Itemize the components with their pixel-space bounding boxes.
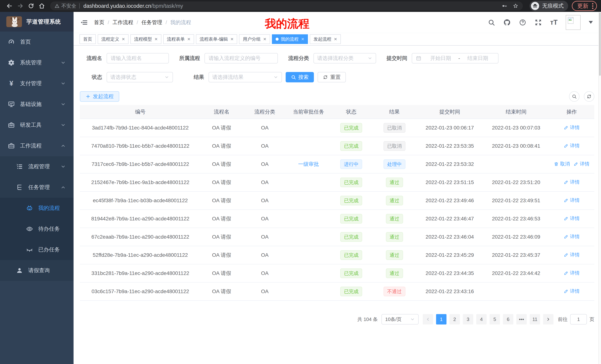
search-icon[interactable]: [488, 19, 495, 26]
breadcrumb-home[interactable]: 首页: [94, 19, 104, 26]
pages-more-button[interactable]: •••: [516, 314, 527, 325]
refresh-table-button[interactable]: [584, 91, 594, 102]
help-icon[interactable]: [519, 19, 526, 26]
toggle-search-button[interactable]: [569, 91, 580, 102]
logo-row[interactable]: 芋道管理系统: [0, 12, 74, 31]
sidebar-item-payment-management[interactable]: ¥支付管理: [0, 73, 74, 94]
url-host[interactable]: dashboard.yudao.iocoder.cn: [83, 3, 151, 9]
caret-down-icon[interactable]: [589, 21, 593, 24]
cell-category: OA: [242, 173, 287, 192]
sidebar-item-process-management[interactable]: 流程管理: [0, 156, 74, 177]
detail-button[interactable]: 详情: [564, 233, 580, 240]
sidebar-item-task-management[interactable]: 任务管理: [0, 177, 74, 198]
current-task-link[interactable]: 一级审批: [298, 161, 319, 167]
sidebar-item-workflow[interactable]: 工作流程: [0, 135, 74, 156]
cell-id: ec45f38f-7b9a-11ec-b03b-acde48001122: [80, 192, 201, 210]
submit-time-range-picker[interactable]: 开始日期 - 结束日期: [412, 53, 499, 63]
create-process-button[interactable]: 发起流程: [80, 91, 119, 102]
browser-menu-icon[interactable]: [592, 3, 593, 9]
security-label[interactable]: 不安全: [61, 3, 76, 9]
sidebar-item-system-management[interactable]: 系统管理: [0, 52, 74, 73]
prev-page-button[interactable]: [423, 314, 433, 325]
close-icon[interactable]: ×: [263, 37, 266, 42]
cell-category: OA: [242, 228, 287, 246]
address-bar[interactable]: 不安全 dashboard.yudao.iocoder.cn /bpm/task…: [50, 1, 523, 10]
tab-process-form[interactable]: 流程表单×: [163, 34, 194, 44]
font-size-icon[interactable]: ᴛT: [550, 19, 558, 26]
detail-button[interactable]: 详情: [564, 215, 580, 222]
sidebar-item-infrastructure[interactable]: 基础设施: [0, 94, 74, 115]
close-icon[interactable]: ×: [155, 37, 158, 42]
sidebar-item-done-tasks[interactable]: 已办任务: [0, 239, 74, 260]
detail-button[interactable]: 详情: [564, 197, 580, 203]
process-category-select[interactable]: 请选择流程分类: [313, 53, 376, 63]
sidebar-item-todo-tasks[interactable]: 待办任务: [0, 219, 74, 239]
page-title: 我的流程: [265, 16, 310, 31]
page-button[interactable]: 6: [503, 314, 513, 325]
cell-submit_time: 2022-01-22 23:46:47: [416, 210, 483, 228]
key-icon[interactable]: [502, 3, 507, 9]
detail-button[interactable]: 详情: [564, 288, 580, 294]
url-path[interactable]: /bpm/task/my: [151, 3, 183, 9]
close-icon[interactable]: ×: [187, 37, 190, 42]
fullscreen-icon[interactable]: [534, 19, 542, 26]
detail-button[interactable]: 详情: [564, 270, 580, 276]
tab-home[interactable]: 首页: [80, 34, 96, 44]
process-name-input[interactable]: [107, 53, 169, 63]
page-button[interactable]: 4: [476, 314, 487, 325]
tab-process-definition[interactable]: 流程定义×: [98, 34, 129, 44]
page-size-select[interactable]: 10条/页: [381, 314, 419, 325]
bookmark-star-icon[interactable]: [513, 3, 518, 9]
sidebar-item-my-process[interactable]: 我的流程: [0, 198, 74, 219]
page-scrollbar[interactable]: [598, 12, 601, 364]
forward-icon[interactable]: [17, 3, 23, 9]
scrollbar-thumb[interactable]: [599, 13, 601, 76]
goto-page-input[interactable]: [570, 314, 587, 325]
edit-icon: [564, 271, 569, 276]
detail-button[interactable]: 详情: [564, 124, 580, 131]
reset-button[interactable]: 重置: [318, 72, 346, 82]
close-icon[interactable]: ×: [334, 37, 337, 42]
home-icon[interactable]: [39, 3, 45, 9]
close-icon[interactable]: ×: [122, 37, 125, 42]
detail-button[interactable]: 详情: [564, 252, 580, 258]
chevron-down-icon: [60, 164, 66, 169]
close-icon[interactable]: ×: [230, 37, 233, 42]
github-icon[interactable]: [503, 19, 511, 26]
back-icon[interactable]: [6, 3, 13, 9]
hamburger-icon[interactable]: [80, 19, 88, 26]
page-button[interactable]: 1: [436, 314, 446, 325]
detail-button[interactable]: 详情: [564, 143, 580, 149]
status-select[interactable]: 请选择状态: [107, 72, 173, 82]
sidebar-item-home[interactable]: 首页: [0, 31, 74, 52]
avatar[interactable]: [566, 15, 581, 30]
result-select[interactable]: 请选择流结果: [209, 72, 282, 82]
breadcrumb: 首页 / 工作流程 / 任务管理 / 我的流程: [94, 19, 191, 26]
cell-result: 已取消: [372, 137, 416, 155]
tab-label: 用户分组: [243, 36, 260, 42]
page-button[interactable]: 3: [463, 314, 473, 325]
sidebar-item-leave-query[interactable]: 请假查询: [0, 260, 74, 281]
detail-label: 详情: [570, 215, 580, 222]
close-icon[interactable]: ×: [301, 37, 304, 42]
search-button[interactable]: 搜索: [286, 72, 314, 82]
tab-start-process[interactable]: 发起流程×: [310, 34, 341, 44]
sidebar-item-dev-tools[interactable]: 研发工具: [0, 115, 74, 135]
reload-icon[interactable]: [28, 3, 34, 9]
process-definition-input[interactable]: [204, 53, 278, 63]
column-header-task: 当前审批任务: [287, 105, 330, 119]
tab-user-group[interactable]: 用户分组×: [239, 34, 270, 44]
page-button[interactable]: 5: [490, 314, 500, 325]
cancel-button[interactable]: 取消: [554, 161, 570, 167]
detail-button[interactable]: 详情: [573, 161, 590, 167]
breadcrumb-workflow[interactable]: 工作流程: [112, 19, 133, 26]
page-button[interactable]: 2: [450, 314, 460, 325]
tab-my-process[interactable]: 我的流程×: [272, 34, 308, 44]
detail-button[interactable]: 详情: [564, 179, 580, 185]
next-page-button[interactable]: [543, 314, 553, 325]
breadcrumb-task-management[interactable]: 任务管理: [141, 19, 162, 26]
update-button[interactable]: 更新: [572, 1, 597, 11]
tab-process-form-edit[interactable]: 流程表单-编辑×: [196, 34, 237, 44]
page-button[interactable]: 11: [530, 314, 540, 325]
tab-process-model[interactable]: 流程模型×: [130, 34, 161, 44]
